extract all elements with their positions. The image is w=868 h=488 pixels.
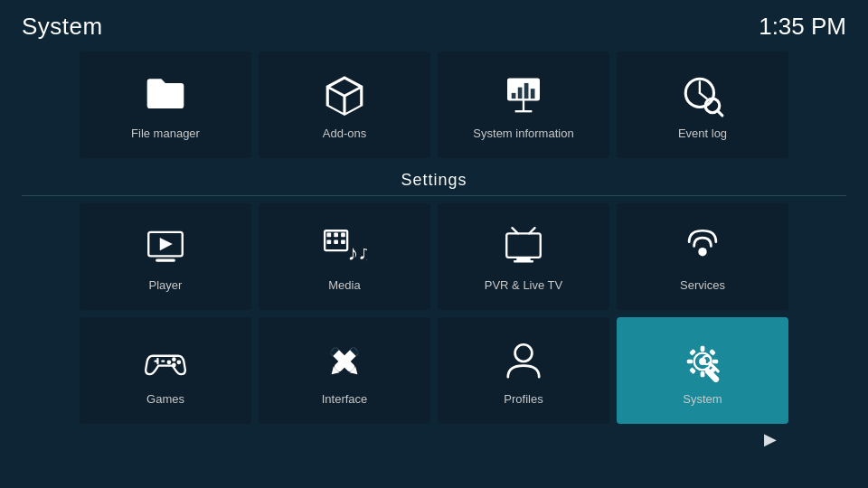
svg-rect-18 [326, 232, 331, 237]
svg-rect-5 [512, 92, 516, 98]
tile-profiles-label: Profiles [504, 392, 542, 406]
tile-pvr-label: PVR & Live TV [485, 278, 562, 292]
svg-rect-23 [341, 239, 345, 244]
tv-icon [498, 222, 549, 273]
tile-system-information-label: System information [473, 127, 573, 140]
tile-system[interactable]: System [617, 317, 788, 424]
svg-rect-50 [689, 348, 696, 355]
svg-rect-22 [334, 239, 338, 244]
svg-rect-25 [506, 233, 541, 258]
svg-rect-7 [524, 82, 529, 98]
svg-rect-49 [712, 359, 718, 363]
svg-marker-15 [160, 238, 173, 250]
tile-interface-label: Interface [322, 392, 368, 406]
tile-player[interactable]: Player [80, 203, 251, 310]
gamepad-icon [140, 336, 191, 387]
svg-rect-29 [514, 260, 533, 262]
svg-point-34 [172, 357, 176, 361]
tile-player-label: Player [149, 278, 183, 292]
tile-interface[interactable]: Interface [259, 317, 430, 424]
svg-rect-8 [531, 89, 535, 99]
svg-point-36 [172, 362, 176, 367]
svg-rect-52 [689, 367, 696, 374]
svg-rect-47 [701, 371, 705, 376]
settings-row-1: Player ♪♫ Media [0, 203, 868, 310]
tile-profiles[interactable]: Profiles [438, 317, 609, 424]
svg-rect-21 [326, 239, 331, 244]
tile-system-information[interactable]: System information [438, 52, 609, 158]
svg-rect-33 [156, 358, 158, 364]
tile-file-manager[interactable]: File manager [80, 52, 251, 158]
play-icon [140, 222, 191, 273]
app-title: System [22, 13, 103, 41]
clock: 1:35 PM [759, 13, 846, 41]
svg-line-11 [700, 92, 707, 98]
top-row: File manager Add-ons System info [0, 52, 868, 158]
tile-games-label: Games [146, 392, 184, 406]
clock-search-icon [677, 70, 728, 121]
box-icon [319, 70, 370, 121]
app-header: System 1:35 PM [0, 0, 868, 48]
tile-games[interactable]: Games [80, 317, 251, 424]
tile-pvr[interactable]: PVR & Live TV [438, 203, 609, 310]
svg-point-44 [515, 344, 533, 361]
folder-icon [140, 70, 191, 121]
svg-point-30 [698, 248, 706, 256]
settings-section: Settings Player [0, 165, 868, 424]
settings-divider [22, 195, 846, 196]
settings-row-2: Games Interfa [0, 317, 868, 424]
settings-heading: Settings [0, 165, 868, 195]
svg-point-35 [177, 360, 182, 364]
svg-rect-16 [156, 258, 175, 261]
chart-icon [498, 70, 549, 121]
tile-add-ons-label: Add-ons [323, 127, 366, 140]
svg-rect-19 [334, 232, 338, 237]
tile-file-manager-label: File manager [131, 127, 200, 140]
tile-add-ons[interactable]: Add-ons [259, 52, 430, 158]
svg-rect-53 [709, 348, 716, 355]
pencil-icon [319, 336, 370, 387]
media-icon: ♪♫ [319, 222, 370, 273]
svg-rect-46 [701, 345, 705, 351]
svg-point-37 [167, 360, 172, 364]
svg-rect-48 [687, 359, 693, 363]
cursor: ▶ [764, 429, 777, 449]
tile-services-label: Services [680, 278, 725, 292]
svg-rect-0 [148, 87, 183, 107]
podcast-icon [677, 222, 728, 273]
svg-rect-32 [161, 360, 165, 361]
tile-services[interactable]: Services [617, 203, 788, 310]
gear-wrench-icon [677, 336, 728, 387]
tile-media[interactable]: ♪♫ Media [259, 203, 430, 310]
person-icon [498, 336, 549, 387]
svg-line-13 [717, 110, 722, 115]
svg-rect-28 [516, 257, 531, 259]
tile-event-log[interactable]: Event log [617, 52, 788, 158]
tile-system-label: System [683, 392, 722, 406]
svg-text:♪♫: ♪♫ [347, 241, 367, 265]
svg-rect-6 [518, 87, 523, 99]
tile-event-log-label: Event log [678, 127, 727, 140]
tile-media-label: Media [328, 278, 360, 292]
svg-rect-20 [341, 232, 345, 237]
